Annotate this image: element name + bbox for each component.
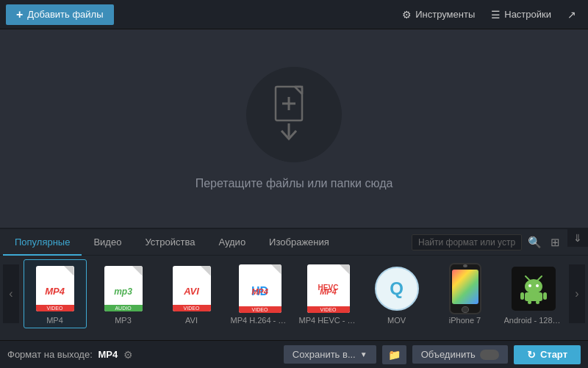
- tools-label: Инструменты: [415, 9, 475, 20]
- drop-area[interactable]: Перетащите файлы или папки сюда: [0, 29, 588, 228]
- format-item-mp4hevc[interactable]: MP4 HEVC VIDEO MP4 HEVC - Full HD l...: [297, 259, 360, 328]
- add-files-label: Добавить файлы: [27, 9, 103, 20]
- svg-rect-12: [543, 292, 547, 300]
- settings-label: Настройки: [504, 9, 551, 20]
- format-label-avi: AVI: [185, 316, 198, 325]
- svg-rect-11: [520, 292, 524, 300]
- output-settings-button[interactable]: ⚙: [123, 349, 133, 361]
- format-label-iphone7: iPhone 7: [449, 316, 481, 325]
- format-label-mp4hevc: MP4 HEVC - Full HD l...: [299, 316, 358, 325]
- format-item-avi[interactable]: AVI VIDEO AVI: [160, 259, 223, 328]
- join-button[interactable]: Объединить: [412, 345, 508, 364]
- save-label: Сохранить в...: [293, 349, 356, 360]
- tab-popular[interactable]: Популярные: [3, 229, 82, 256]
- format-icon-mp3: mp3 AUDIO: [98, 263, 149, 314]
- bottom-bar: Формат на выходе: MP4 ⚙ Сохранить в... ▼…: [0, 340, 588, 368]
- save-button[interactable]: Сохранить в... ▼: [284, 345, 376, 364]
- format-icon-iphone7: [440, 263, 491, 314]
- format-tabs: Популярные Видео Устройства Аудио Изобра…: [0, 229, 588, 256]
- toolbar-right: ⚙ Инструменты ☰ Настройки ↗: [396, 6, 582, 24]
- drop-prompt-text: Перетащите файлы или папки сюда: [196, 177, 393, 190]
- format-label-mov: MOV: [387, 316, 406, 325]
- format-icon-mp4hevc: MP4 HEVC VIDEO: [303, 263, 354, 314]
- format-icon-mp4: MP4 VIDEO: [29, 263, 81, 314]
- search-button[interactable]: 🔍: [525, 234, 545, 250]
- settings-button[interactable]: ☰ Настройки: [485, 6, 557, 24]
- format-label-mp3: MP3: [115, 316, 132, 325]
- format-item-mp3[interactable]: mp3 AUDIO MP3: [92, 259, 155, 328]
- format-icon-mp4hd: MP4 HD VIDEO: [234, 263, 286, 314]
- toolbar-left: + Добавить файлы: [6, 4, 114, 25]
- output-format-label: Формат на выходе: MP4: [7, 349, 118, 360]
- search-input[interactable]: [412, 234, 522, 250]
- format-panel: ⇓ Популярные Видео Устройства Аудио Изоб…: [0, 228, 588, 342]
- settings-icon: ☰: [491, 9, 501, 21]
- add-files-button[interactable]: + Добавить файлы: [6, 4, 114, 25]
- start-icon: ↻: [527, 349, 536, 361]
- start-button[interactable]: ↻ Старт: [514, 345, 581, 364]
- join-label: Объединить: [421, 349, 476, 360]
- tab-audio[interactable]: Аудио: [207, 229, 257, 256]
- format-icon-avi: AVI VIDEO: [166, 263, 218, 314]
- toolbar: + Добавить файлы ⚙ Инструменты ☰ Настрой…: [0, 0, 588, 29]
- svg-rect-13: [528, 300, 531, 304]
- nav-next-button[interactable]: ›: [569, 264, 585, 323]
- tools-button[interactable]: ⚙ Инструменты: [396, 6, 481, 24]
- output-format-value: MP4: [98, 349, 118, 360]
- format-label-mp4: MP4: [46, 316, 63, 325]
- start-label: Старт: [540, 349, 567, 360]
- svg-line-9: [538, 276, 542, 280]
- svg-rect-10: [525, 292, 542, 301]
- drop-icon: [268, 84, 320, 145]
- format-row: ‹ MP4 VIDEO MP4 mp3 AUDIO: [0, 256, 588, 331]
- format-item-mp4hd[interactable]: MP4 HD VIDEO MP4 H.264 - HD 720p: [229, 259, 292, 328]
- svg-line-8: [526, 276, 529, 280]
- format-label-android: Android - 1280x720: [504, 316, 563, 325]
- svg-line-1: [295, 87, 302, 94]
- join-toggle[interactable]: [480, 350, 499, 360]
- collapse-panel-button[interactable]: ⇓: [567, 229, 588, 247]
- tab-video[interactable]: Видео: [82, 229, 133, 256]
- format-icon-mov: Q: [371, 263, 423, 314]
- plus-icon: +: [16, 8, 23, 21]
- svg-point-5: [525, 279, 542, 294]
- folder-icon: 📁: [388, 349, 401, 361]
- format-item-mov[interactable]: Q MOV: [365, 259, 429, 328]
- tools-icon: ⚙: [402, 9, 412, 21]
- save-chevron-icon: ▼: [360, 350, 368, 358]
- share-icon: ↗: [567, 9, 576, 21]
- format-item-android[interactable]: Android - 1280x720: [502, 259, 565, 328]
- format-item-mp4[interactable]: MP4 VIDEO MP4: [24, 259, 87, 328]
- search-area: 🔍 ⊞: [412, 234, 588, 250]
- svg-rect-14: [536, 300, 539, 304]
- svg-point-6: [528, 284, 531, 287]
- format-icon-android: [508, 263, 559, 314]
- search-advanced-button[interactable]: ⊞: [548, 234, 563, 250]
- format-item-iphone7[interactable]: iPhone 7: [434, 259, 497, 328]
- save-folder-button[interactable]: 📁: [382, 345, 406, 364]
- tab-images[interactable]: Изображения: [257, 229, 341, 256]
- svg-point-7: [536, 284, 539, 287]
- share-button[interactable]: ↗: [562, 6, 582, 24]
- tab-devices[interactable]: Устройства: [133, 229, 207, 256]
- format-label-mp4hd: MP4 H.264 - HD 720p: [231, 316, 290, 325]
- format-items-list: MP4 VIDEO MP4 mp3 AUDIO MP3: [19, 259, 569, 328]
- nav-prev-button[interactable]: ‹: [3, 264, 19, 323]
- drop-circle: [246, 67, 342, 162]
